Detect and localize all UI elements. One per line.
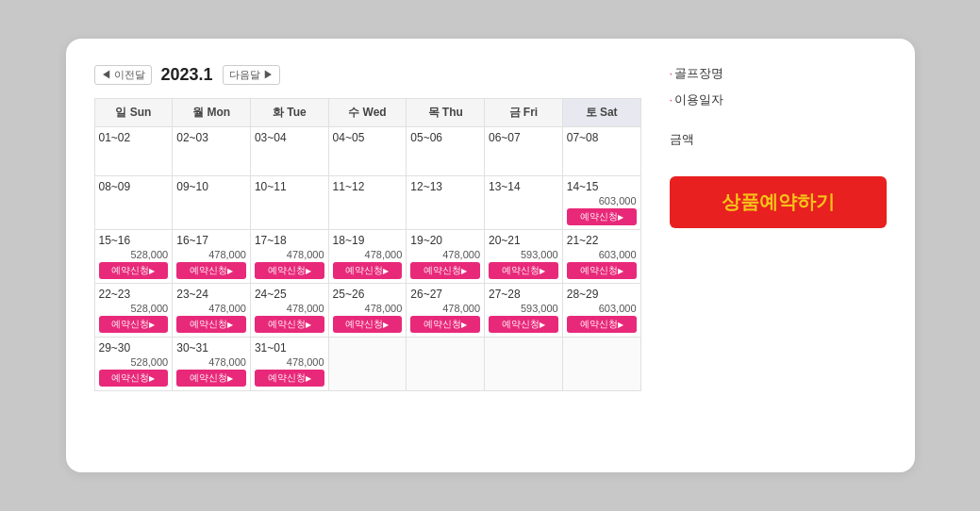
date-range-3-2: 24~25 [255, 288, 324, 301]
price-3-5: 593,000 [489, 303, 558, 314]
date-range-2-5: 20~21 [489, 234, 558, 247]
calendar-cell-0-3: 04~05 [328, 127, 407, 176]
price-3-0: 528,000 [99, 303, 169, 314]
next-month-button[interactable]: 다음달 ▶ [223, 65, 280, 85]
date-range-1-4: 12~13 [410, 180, 480, 193]
date-range-0-1: 02~03 [176, 131, 246, 144]
calendar-cell-1-3: 11~12 [328, 176, 407, 230]
weekday-header-0: 일 Sun [94, 99, 173, 127]
calendar-row-1: 08~0909~1010~1111~1212~1313~1414~15603,0… [94, 176, 640, 230]
reserve-button-3-4[interactable]: 예약신청 [410, 316, 480, 333]
calendar-section: ◀ 이전달 2023.1 다음달 ▶ 일 Sun월 Mon화 Tue수 Wed목… [94, 65, 641, 450]
date-range-2-0: 15~16 [99, 234, 169, 247]
reserve-button-3-5[interactable]: 예약신청 [489, 316, 558, 333]
date-range-1-5: 13~14 [489, 180, 558, 193]
calendar-cell-4-6 [562, 338, 640, 391]
calendar-cell-3-1: 23~24478,000예약신청 [173, 284, 251, 338]
calendar-cell-2-6: 21~22603,000예약신청 [562, 230, 640, 284]
reserve-button-1-6[interactable]: 예약신청 [567, 208, 637, 225]
reserve-button-3-3[interactable]: 예약신청 [333, 316, 403, 333]
reserve-button-4-2[interactable]: 예약신청 [255, 370, 324, 387]
price-3-4: 478,000 [410, 303, 480, 314]
date-range-4-2: 31~01 [255, 341, 324, 354]
calendar-row-0: 01~0202~0303~0404~0505~0606~0707~08 [94, 127, 640, 176]
calendar-cell-3-0: 22~23528,000예약신청 [94, 284, 173, 338]
calendar-cell-0-2: 03~04 [250, 127, 328, 176]
date-range-1-0: 08~09 [99, 180, 169, 193]
calendar-cell-1-0: 08~09 [94, 176, 173, 230]
price-1-6: 603,000 [567, 195, 637, 206]
date-range-2-6: 21~22 [567, 234, 637, 247]
price-4-2: 478,000 [255, 356, 324, 368]
calendar-cell-1-5: 13~14 [485, 176, 563, 230]
golf-label: 골프장명 [674, 66, 723, 80]
weekday-header-2: 화 Tue [250, 99, 328, 127]
calendar-cell-2-3: 18~19478,000예약신청 [328, 230, 407, 284]
date-range-3-0: 22~23 [99, 288, 169, 301]
date-range-4-1: 30~31 [176, 341, 246, 354]
reserve-big-button[interactable]: 상품예약하기 [670, 176, 887, 228]
date-range-3-6: 28~29 [567, 288, 637, 301]
calendar-cell-2-4: 19~20478,000예약신청 [407, 230, 485, 284]
date-range-0-0: 01~02 [99, 131, 169, 144]
calendar-cell-2-0: 15~16528,000예약신청 [94, 230, 173, 284]
calendar-cell-4-2: 31~01478,000예약신청 [250, 338, 328, 391]
price-2-3: 478,000 [333, 249, 403, 260]
calendar-body: 01~0202~0303~0404~0505~0606~0707~0808~09… [94, 127, 640, 391]
calendar-cell-4-0: 29~30528,000예약신청 [94, 338, 173, 391]
calendar-cell-2-5: 20~21593,000예약신청 [485, 230, 563, 284]
prev-month-button[interactable]: ◀ 이전달 [94, 65, 152, 85]
calendar-cell-0-4: 05~06 [407, 127, 485, 176]
date-range-1-6: 14~15 [567, 180, 637, 193]
date-range-2-4: 19~20 [410, 234, 480, 247]
usage-date-row: ·이용일자 [670, 91, 887, 108]
calendar-cell-3-4: 26~27478,000예약신청 [407, 284, 485, 338]
calendar-cell-1-6: 14~15603,000예약신청 [562, 176, 640, 230]
reserve-button-2-5[interactable]: 예약신청 [489, 262, 558, 279]
calendar-row-3: 22~23528,000예약신청23~24478,000예약신청24~25478… [94, 284, 640, 338]
calendar-cell-0-1: 02~03 [173, 127, 251, 176]
calendar-cell-3-5: 27~28593,000예약신청 [485, 284, 563, 338]
price-3-6: 603,000 [567, 303, 637, 314]
weekday-header-5: 금 Fri [485, 99, 563, 127]
nav-header: ◀ 이전달 2023.1 다음달 ▶ [94, 65, 641, 85]
calendar-row-2: 15~16528,000예약신청16~17478,000예약신청17~18478… [94, 230, 640, 284]
reserve-button-2-3[interactable]: 예약신청 [333, 262, 403, 279]
price-3-1: 478,000 [176, 303, 246, 314]
date-range-0-2: 03~04 [255, 131, 324, 144]
date-range-0-6: 07~08 [567, 131, 637, 144]
calendar-cell-2-1: 16~17478,000예약신청 [173, 230, 251, 284]
calendar-cell-0-5: 06~07 [485, 127, 563, 176]
usage-dot: · [670, 92, 673, 107]
reserve-button-3-2[interactable]: 예약신청 [255, 316, 324, 333]
reserve-button-2-4[interactable]: 예약신청 [410, 262, 480, 279]
reserve-button-2-2[interactable]: 예약신청 [255, 262, 324, 279]
reserve-button-3-0[interactable]: 예약신청 [99, 316, 169, 333]
weekday-header-3: 수 Wed [328, 99, 407, 127]
date-range-2-3: 18~19 [333, 234, 403, 247]
reserve-button-2-0[interactable]: 예약신청 [99, 262, 169, 279]
date-range-2-1: 16~17 [176, 234, 246, 247]
reserve-button-4-1[interactable]: 예약신청 [176, 370, 246, 387]
reserve-button-2-1[interactable]: 예약신청 [176, 262, 246, 279]
reserve-button-4-0[interactable]: 예약신청 [99, 370, 169, 387]
usage-label: 이용일자 [674, 92, 723, 107]
price-4-0: 528,000 [99, 356, 169, 368]
price-4-1: 478,000 [176, 356, 246, 368]
calendar-row-4: 29~30528,000예약신청30~31478,000예약신청31~01478… [94, 338, 640, 391]
weekday-header-row: 일 Sun월 Mon화 Tue수 Wed목 Thu금 Fri토 Sat [94, 99, 640, 127]
reserve-button-2-6[interactable]: 예약신청 [567, 262, 637, 279]
price-3-3: 478,000 [333, 303, 403, 314]
calendar-cell-3-6: 28~29603,000예약신청 [562, 284, 640, 338]
price-2-2: 478,000 [255, 249, 324, 260]
date-range-3-5: 27~28 [489, 288, 558, 301]
reserve-button-3-6[interactable]: 예약신청 [567, 316, 637, 333]
golf-dot: · [670, 66, 673, 80]
price-2-6: 603,000 [567, 249, 637, 260]
amount-row: 금액 [670, 131, 887, 148]
calendar-cell-4-5 [485, 338, 563, 391]
reserve-button-3-1[interactable]: 예약신청 [176, 316, 246, 333]
info-section: ·골프장명 ·이용일자 금액 상품예약하기 [670, 65, 887, 450]
price-2-1: 478,000 [176, 249, 246, 260]
calendar-table: 일 Sun월 Mon화 Tue수 Wed목 Thu금 Fri토 Sat 01~0… [94, 98, 641, 391]
